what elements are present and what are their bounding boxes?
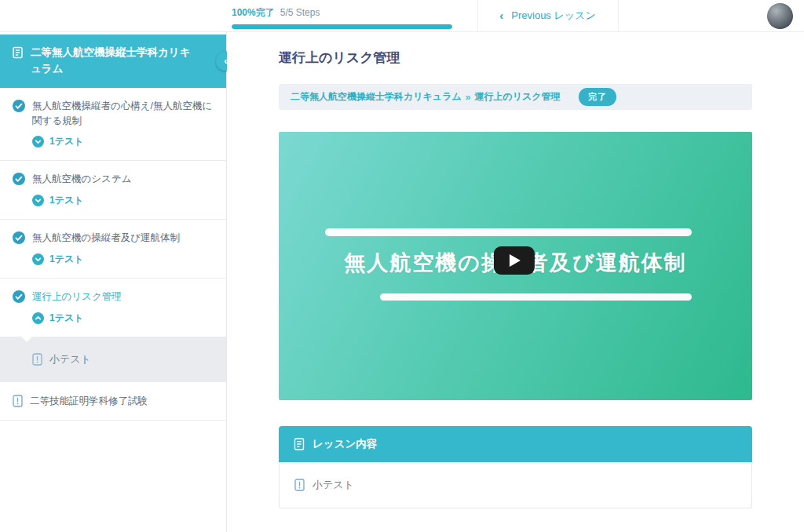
sidebar-item-lesson-1[interactable]: 無人航空機操縦者の心構え/無人航空機に関する規制 1テスト xyxy=(0,88,226,162)
check-circle-icon xyxy=(13,173,25,185)
breadcrumb-separator: » xyxy=(466,92,471,103)
lesson-content-body: 小テスト xyxy=(279,462,752,508)
main-content: 運行上のリスク管理 二等無人航空機操縦士学科カリキュラム » 運行上のリスク管理… xyxy=(227,32,804,532)
lesson-content-card: レッスン内容 小テスト xyxy=(279,426,752,508)
lesson-title: 運行上のリスク管理 xyxy=(32,290,122,304)
video-play-button[interactable] xyxy=(493,246,534,275)
test-count-label: 1テスト xyxy=(49,194,84,207)
sidebar-item-lesson-2[interactable]: 無人航空機のシステム 1テスト xyxy=(0,161,226,220)
lesson-4-test-toggle[interactable]: 1テスト xyxy=(32,312,214,325)
page: 100%完了 5/5 Steps ‹ Previous レッスン xyxy=(0,0,804,532)
breadcrumb: 二等無人航空機操縦士学科カリキュラム » 運行上のリスク管理 完了 xyxy=(279,84,752,110)
lesson-title: 無人航空機操縦者の心構え/無人航空機に関する規制 xyxy=(32,99,214,129)
lesson-content-header: レッスン内容 xyxy=(279,426,752,462)
sidebar-item-final-exam[interactable]: 二等技能証明学科修了試験 xyxy=(0,382,226,421)
quiz-icon xyxy=(13,395,23,407)
sidebar-expanded-quiz-area: 小テスト xyxy=(0,337,226,382)
lesson-content-quiz-row[interactable]: 小テスト xyxy=(280,462,751,508)
previous-lesson-button[interactable]: ‹ Previous レッスン xyxy=(477,0,618,31)
test-count-label: 1テスト xyxy=(49,253,84,266)
sidebar-item-lesson-4-active[interactable]: 運行上のリスク管理 1テスト xyxy=(0,279,226,337)
previous-lesson-label: Previous レッスン xyxy=(511,9,595,23)
check-circle-icon xyxy=(13,100,25,112)
course-book-icon xyxy=(12,46,24,78)
video-decor-bar-top xyxy=(325,228,692,236)
breadcrumb-current: 運行上のリスク管理 xyxy=(474,90,560,104)
user-avatar[interactable] xyxy=(767,3,793,29)
video-decor-bar-bottom xyxy=(380,293,692,301)
check-circle-icon xyxy=(13,290,25,303)
test-count-label: 1テスト xyxy=(49,312,84,325)
progress-percent-label: 100%完了 xyxy=(232,6,275,20)
check-circle-icon xyxy=(13,231,25,244)
chevron-left-icon: ‹ xyxy=(499,9,503,22)
lesson-3-test-toggle[interactable]: 1テスト xyxy=(32,253,214,266)
breadcrumb-course-link[interactable]: 二等無人航空機操縦士学科カリキュラム xyxy=(291,90,462,104)
sidebar-course-title: 二等無人航空機操縦士学科カリキュラム xyxy=(31,45,199,78)
lesson-content-book-icon xyxy=(294,438,305,450)
quiz-label: 小テスト xyxy=(312,478,354,492)
final-exam-label: 二等技能証明学科修了試験 xyxy=(30,394,148,409)
quiz-icon xyxy=(294,479,305,491)
sidebar-subitem-quiz[interactable]: 小テスト xyxy=(32,352,214,366)
progress-bar-fill xyxy=(232,24,452,29)
lesson-1-test-toggle[interactable]: 1テスト xyxy=(32,135,214,148)
sidebar-item-lesson-3[interactable]: 無人航空機の操縦者及び運航体制 1テスト xyxy=(0,220,226,279)
course-progress: 100%完了 5/5 Steps xyxy=(232,6,452,29)
lesson-title: 無人航空機のシステム xyxy=(32,172,131,187)
play-icon xyxy=(510,254,521,267)
chevron-up-circle-icon xyxy=(32,312,44,324)
topbar-divider xyxy=(618,0,619,31)
progress-bar xyxy=(232,24,452,29)
test-count-label: 1テスト xyxy=(49,135,84,148)
chevron-down-circle-icon xyxy=(32,253,44,265)
page-title: 運行上のリスク管理 xyxy=(279,49,752,67)
quiz-label: 小テスト xyxy=(49,352,91,366)
lesson-content-header-label: レッスン内容 xyxy=(312,437,377,451)
chevron-down-circle-icon xyxy=(32,136,44,148)
lesson-video-player[interactable]: 無人航空機の操縦者及び運航体制 xyxy=(279,132,752,400)
progress-steps-label: 5/5 Steps xyxy=(280,7,320,18)
sidebar-course-header[interactable]: 二等無人航空機操縦士学科カリキュラム ‹ xyxy=(0,35,226,88)
top-bar: 100%完了 5/5 Steps ‹ Previous レッスン xyxy=(0,0,804,32)
course-sidebar: 二等無人航空機操縦士学科カリキュラム ‹ 無人航空機操縦者の心構え/無人航空機に… xyxy=(0,32,227,532)
quiz-icon xyxy=(32,353,42,366)
lesson-title: 無人航空機の操縦者及び運航体制 xyxy=(32,231,180,246)
status-badge-complete: 完了 xyxy=(579,88,616,106)
lesson-2-test-toggle[interactable]: 1テスト xyxy=(32,194,214,207)
chevron-down-circle-icon xyxy=(32,195,44,206)
